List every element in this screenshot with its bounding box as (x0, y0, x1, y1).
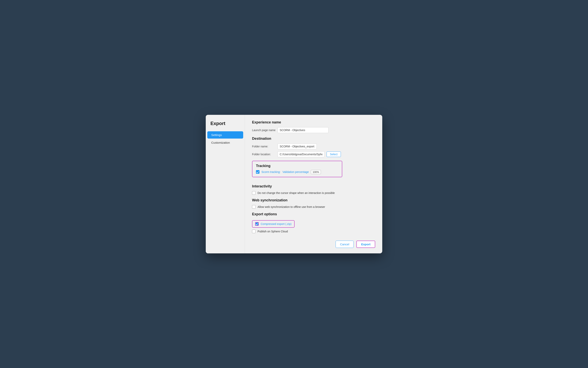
export-options-title: Export options (252, 212, 375, 216)
export-button[interactable]: Export (356, 241, 375, 248)
web-sync-checkbox[interactable] (252, 205, 256, 209)
scorm-tracking-label: Scorm tracking: (261, 170, 280, 174)
sidebar: Export Settings Customization (206, 115, 245, 253)
validation-label: Validation percentage (282, 170, 309, 174)
interactivity-title: Interactivity (252, 184, 375, 188)
select-button[interactable]: Select (327, 152, 341, 157)
export-options-section: Export options Compressed export (.zip) … (252, 212, 375, 233)
dialog-actions: Cancel Export (245, 237, 382, 253)
experience-name-title: Experience name (252, 120, 375, 124)
main-panel: Experience name Launch page name Destina… (245, 115, 382, 253)
web-sync-label: Allow web synchronization to offline use… (258, 205, 325, 208)
destination-section: Destination Folder name: Folder location… (252, 137, 375, 157)
tracking-title: Tracking (256, 164, 338, 168)
destination-title: Destination (252, 137, 375, 141)
compressed-export-box: Compressed export (.zip) (252, 220, 294, 228)
folder-name-label: Folder name: (252, 145, 276, 148)
folder-name-input[interactable] (277, 143, 317, 149)
compressed-export-checkbox[interactable] (255, 222, 259, 226)
dialog-title: Export (206, 121, 245, 131)
folder-location-label: Folder location: (252, 153, 276, 156)
compressed-export-label: Compressed export (.zip) (261, 222, 292, 226)
cancel-button[interactable]: Cancel (336, 241, 354, 248)
publish-cloud-label: Publish on Sphere Cloud (258, 230, 288, 233)
interactivity-checkbox[interactable] (252, 191, 256, 195)
publish-cloud-checkbox[interactable] (252, 230, 256, 233)
interactivity-label: Do not change the cursor shape when an i… (258, 191, 335, 194)
tracking-section: Tracking Scorm tracking: Validation perc… (252, 161, 375, 181)
sidebar-item-customization[interactable]: Customization (207, 139, 243, 146)
web-sync-title: Web synchronization (252, 198, 375, 202)
scorm-tracking-checkbox[interactable] (256, 170, 259, 174)
interactivity-section: Interactivity Do not change the cursor s… (252, 184, 375, 195)
web-sync-section: Web synchronization Allow web synchroniz… (252, 198, 375, 209)
sidebar-item-settings[interactable]: Settings (207, 131, 243, 138)
folder-location-input[interactable] (277, 151, 325, 157)
launch-page-label: Launch page name (252, 129, 276, 132)
experience-name-section: Experience name Launch page name (252, 120, 375, 133)
validation-badge: 100% (311, 170, 321, 174)
tracking-box: Tracking Scorm tracking: Validation perc… (252, 161, 342, 177)
launch-page-input[interactable] (277, 127, 329, 133)
